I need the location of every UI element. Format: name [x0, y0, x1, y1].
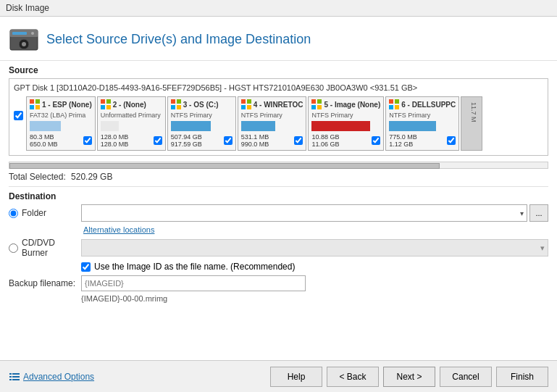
total-selected-value: 520.29 GB [71, 172, 112, 182]
scrollbar-thumb [9, 163, 440, 169]
cddvd-radio[interactable] [9, 243, 18, 253]
extra-label: 11.7 M [464, 99, 479, 125]
partition-name-5: 5 - Image (None) [324, 101, 380, 109]
partition-bar-6 [389, 121, 435, 131]
source-label: Source [9, 65, 548, 75]
cddvd-radio-option: CD/DVD Burner [9, 238, 81, 258]
partition-item-extra: 11.7 M [461, 96, 482, 151]
filename-label: Backup filename: [9, 278, 81, 288]
partition-footer-6: 775.0 MB 1.12 GB [389, 133, 456, 148]
svg-rect-19 [247, 99, 251, 104]
horizontal-scrollbar[interactable] [9, 162, 548, 169]
windows-icon-3 [171, 99, 181, 109]
svg-rect-32 [9, 379, 12, 380]
finish-button[interactable]: Finish [496, 367, 548, 387]
partition-checkbox-1[interactable] [83, 136, 92, 145]
partition-footer-2: 128.0 MB 128.0 MB [101, 133, 162, 148]
disk-title: GPT Disk 1 [3D110A20-D185-4493-9A16-5FEF… [14, 83, 543, 92]
partition-sizes-4: 531.1 MB 990.0 MB [241, 133, 269, 148]
use-image-id-checkbox[interactable] [81, 262, 91, 272]
partition-type-1: FAT32 (LBA) Prima [30, 112, 92, 119]
windows-icon-6 [389, 99, 399, 109]
partition-footer-4: 531.1 MB 990.0 MB [241, 133, 303, 148]
windows-icon-1 [30, 99, 40, 109]
svg-rect-14 [171, 99, 175, 104]
partitions-row: 1 - ESP (None) FAT32 (LBA) Prima 80.3 MB… [26, 96, 482, 151]
cddvd-dropdown: ▾ [81, 239, 548, 257]
partition-footer-1: 80.3 MB 650.0 MB [30, 133, 92, 148]
browse-button[interactable]: ... [529, 204, 548, 222]
svg-rect-16 [171, 105, 175, 109]
partition-name-1: 1 - ESP (None) [42, 101, 92, 109]
disk-container: GPT Disk 1 [3D110A20-D185-4493-9A16-5FEF… [9, 78, 548, 156]
partition-header-5: 5 - Image (None) [311, 99, 380, 109]
windows-icon-5 [311, 99, 322, 109]
svg-rect-31 [9, 376, 12, 378]
cddvd-row: CD/DVD Burner ▾ [9, 238, 548, 258]
partition-checkbox-6[interactable] [447, 136, 456, 145]
partition-type-2: Unformatted Primary [101, 112, 162, 119]
partition-checkbox-3[interactable] [224, 136, 233, 145]
partition-name-4: 4 - WINRETOC [254, 101, 303, 109]
svg-rect-20 [241, 105, 246, 109]
partition-type-5: NTFS Primary [311, 112, 380, 119]
cancel-button[interactable]: Cancel [440, 367, 492, 387]
back-button[interactable]: < Back [327, 367, 379, 387]
partition-type-6: NTFS Primary [389, 112, 456, 119]
filename-input[interactable] [81, 275, 306, 291]
svg-rect-4 [12, 32, 27, 35]
partitions-row-wrapper: 1 - ESP (None) FAT32 (LBA) Prima 80.3 MB… [14, 96, 543, 151]
header-title: Select Source Drive(s) and Image Destina… [46, 32, 311, 47]
destination-label: Destination [9, 191, 548, 201]
partition-item-5: 5 - Image (None) NTFS Primary 10.88 GB 1… [308, 96, 384, 151]
svg-rect-34 [12, 376, 20, 378]
partition-item-6: 6 - DELLSUPPC NTFS Primary 775.0 MB 1.12… [385, 96, 459, 151]
partition-bar-4 [241, 121, 275, 131]
svg-rect-8 [30, 105, 34, 109]
svg-rect-9 [35, 105, 40, 109]
disk-icon [9, 24, 39, 54]
partition-name-6: 6 - DELLSUPPC [401, 101, 456, 109]
partition-sizes-1: 80.3 MB 650.0 MB [30, 133, 58, 148]
partition-name-2: 2 - (None) [113, 101, 146, 109]
partition-bar-2 [101, 121, 120, 131]
title-bar: Disk Image [0, 0, 557, 17]
folder-radio[interactable] [9, 209, 18, 218]
partition-checkbox-5[interactable] [372, 136, 380, 145]
partition-footer-5: 10.88 GB 11.06 GB [311, 133, 380, 148]
partition-type-3: NTFS Primary [171, 112, 233, 119]
svg-rect-21 [247, 105, 251, 109]
partition-sizes-2: 128.0 MB 128.0 MB [101, 133, 129, 148]
advanced-options-icon [9, 371, 20, 383]
use-image-id-label: Use the Image ID as the file name. (Reco… [94, 262, 295, 272]
partition-bar-5 [311, 121, 370, 131]
svg-rect-13 [106, 105, 111, 109]
svg-point-3 [22, 42, 26, 46]
partition-header-3: 3 - OS (C:) [171, 99, 233, 109]
partition-bar-1 [30, 121, 61, 131]
help-button[interactable]: Help [270, 367, 322, 387]
partition-checkbox-2[interactable] [154, 136, 162, 145]
advanced-options-link[interactable]: Advanced Options [9, 371, 94, 383]
dropdown-arrow: ▾ [520, 209, 524, 217]
svg-rect-15 [177, 99, 181, 104]
alt-locations-link[interactable]: Alternative locations [83, 225, 548, 234]
next-button[interactable]: Next > [383, 367, 435, 387]
partition-item-2: 2 - (None) Unformatted Primary 128.0 MB … [97, 96, 166, 151]
select-all-checkbox[interactable] [14, 111, 23, 120]
partition-header-1: 1 - ESP (None) [30, 99, 92, 109]
partition-sizes-6: 775.0 MB 1.12 GB [389, 133, 417, 148]
partition-item-4: 4 - WINRETOC NTFS Primary 531.1 MB 990.0… [238, 96, 307, 151]
filename-preview: {IMAGEID}-00-00.mrimg [81, 294, 548, 303]
total-selected-label: Total Selected: [9, 172, 66, 182]
partition-checkbox-4[interactable] [294, 136, 303, 145]
partition-bar-3 [171, 121, 211, 131]
folder-dropdown[interactable]: ▾ [81, 204, 527, 222]
main-content: Select Source Drive(s) and Image Destina… [0, 17, 557, 392]
svg-rect-29 [395, 105, 399, 109]
partition-name-3: 3 - OS (C:) [183, 101, 219, 109]
cddvd-label: CD/DVD Burner [22, 238, 81, 258]
svg-rect-10 [101, 99, 105, 104]
svg-rect-33 [12, 373, 20, 375]
svg-point-5 [31, 32, 34, 35]
